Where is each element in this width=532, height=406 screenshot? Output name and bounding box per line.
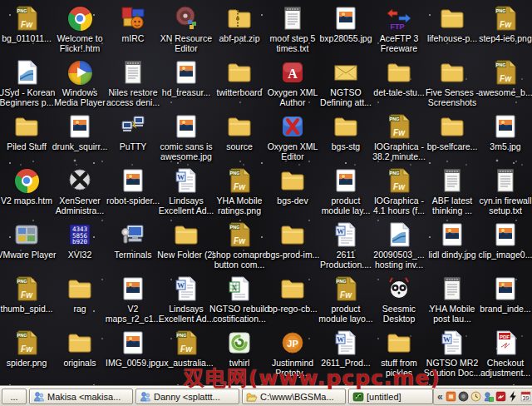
- acrobat-tray-icon[interactable]: [495, 391, 506, 402]
- calendar-tray-icon[interactable]: 39: [520, 391, 531, 402]
- desktop-icon[interactable]: PNGFwIOGraphica -38.2 minute...: [372, 112, 426, 166]
- desktop-icon[interactable]: drunk_squirr...: [53, 112, 106, 166]
- desktop-icon[interactable]: lidl dindy.jpg: [426, 220, 479, 275]
- desktop-icon-label: shop comaprebutton com...: [212, 250, 268, 270]
- taskbar-button-label: C:\www\BGSMa...: [260, 392, 334, 402]
- desktop-icon-label: lifehouse-p...: [427, 33, 477, 43]
- desktop-icon[interactable]: rag: [53, 275, 106, 329]
- desktop-icon[interactable]: hd_treasur...: [160, 58, 213, 112]
- desktop-icon[interactable]: SeesmicDesktop: [372, 275, 426, 329]
- desktop-icon[interactable]: originals: [53, 329, 106, 383]
- desktop-icon[interactable]: Welcome toFlickr!.htm: [53, 4, 106, 58]
- desktop-icon[interactable]: XN ResourceEditor: [160, 4, 213, 58]
- desktop-icon[interactable]: cyn.in firewallsetup.txt: [479, 166, 532, 220]
- desktop-icon[interactable]: source: [213, 112, 266, 166]
- desktop-icon[interactable]: PNGFwawesome_b...: [479, 58, 532, 112]
- desktop-icon[interactable]: Five Senses -Screenshots: [426, 58, 479, 112]
- clock-tray-icon[interactable]: [470, 391, 481, 402]
- svg-text:PNG: PNG: [177, 333, 187, 338]
- desktop-icon[interactable]: Terminals: [106, 220, 160, 275]
- aceftp-icon: FTP: [386, 5, 412, 32]
- desktop-icon[interactable]: WLindsaysExcellent Ad...: [160, 166, 213, 220]
- desktop-icon[interactable]: FTPAceFTP 3Freeware: [372, 4, 426, 58]
- txt-icon: [120, 59, 146, 86]
- chrome-icon: [66, 5, 93, 32]
- svg-text:W: W: [443, 335, 451, 344]
- desktop-icon[interactable]: 20090503_...hosting inv...: [372, 220, 426, 275]
- word-icon: W: [173, 275, 200, 302]
- folder-icon: [439, 113, 466, 140]
- desktop-icon[interactable]: lifehouse-p...: [426, 4, 479, 58]
- folder-icon: [66, 329, 93, 356]
- desktop-icon[interactable]: PNGFwspider.png: [0, 329, 53, 383]
- desktop-icon-label: XN ResourceEditor: [160, 33, 212, 53]
- desktop-icon[interactable]: XenServerAdministra...: [53, 166, 106, 220]
- desktop-icon[interactable]: PuTTY: [106, 112, 160, 166]
- desktop-icon[interactable]: bp-selfcare...: [426, 112, 479, 166]
- desktop-icon[interactable]: AOxygen XMLAuthor: [266, 58, 319, 112]
- desktop-icon[interactable]: PNGFwYHA Mobileratings.png: [213, 166, 266, 220]
- twhirl-icon: [226, 329, 253, 356]
- desktop-icon[interactable]: V2 maps.htm: [0, 166, 53, 220]
- desktop-icon[interactable]: XNGTSO rebuildcostification...: [213, 275, 266, 329]
- desktop-icon[interactable]: V2maps_r2_c1...: [106, 275, 160, 329]
- desktop-icon[interactable]: bxp28055.jpg: [319, 4, 372, 58]
- desktop-icon[interactable]: PNGFwthumb_spid...: [0, 275, 53, 329]
- txt-icon: [492, 167, 519, 194]
- desktop-icon[interactable]: PNGFwstep4-ie6.png: [479, 4, 532, 58]
- oxye-icon: [279, 113, 306, 140]
- lightning-tray-icon[interactable]: [508, 391, 519, 402]
- desktop-icon[interactable]: bgs-stg: [319, 112, 372, 166]
- orange-app-tray-icon[interactable]: [446, 391, 456, 402]
- word-icon: W: [332, 329, 359, 356]
- desktop-icon[interactable]: YHA Mobilepost lau...: [426, 275, 479, 329]
- desktop-icon[interactable]: 43435856b920XVI32: [53, 220, 106, 275]
- desktop-icon[interactable]: NGTSODefining att...: [319, 58, 372, 112]
- desktop-icon[interactable]: ABF latestthinking ...: [426, 166, 479, 220]
- desktop-icon[interactable]: PNGFwproductmodule layo...: [319, 275, 372, 329]
- desktop-icon[interactable]: comic sans isawesome.jpg: [160, 112, 213, 166]
- desktop-icon[interactable]: bgs-dev: [266, 166, 319, 220]
- desktop-icon[interactable]: W2611Production....: [319, 220, 372, 275]
- desktop-icon-label: YHA Mobileratings.png: [217, 196, 263, 215]
- desktop-icon[interactable]: twitterboard: [213, 58, 266, 112]
- desktop-icon[interactable]: bp-rego-cb...: [266, 275, 319, 329]
- svg-text:JP: JP: [287, 339, 298, 349]
- desktop-icon[interactable]: robot-spider...: [106, 166, 160, 220]
- user-status-tray-icon[interactable]: [483, 391, 494, 402]
- desktop-icon[interactable]: productmodule lay...: [319, 166, 372, 220]
- desktop-icon[interactable]: PNGFwIOGraphica -4.1 hours (f...: [372, 166, 426, 220]
- desktop-icon[interactable]: VMware Player: [0, 220, 53, 275]
- desktop-icon[interactable]: IMG_0059.jpg: [106, 329, 160, 383]
- desktop-icon[interactable]: PDFCheckoutadjustment...: [479, 329, 532, 383]
- desktop-icon[interactable]: USyd - KoreanBeginners p...: [0, 58, 53, 112]
- desktop-icon[interactable]: brand_inde...: [479, 275, 532, 329]
- icon-grid: PNGFwbg_011011...Welcome toFlickr!.htmmI…: [0, 0, 532, 389]
- tray-chevron-icon[interactable]: «: [437, 391, 443, 403]
- messenger-icon: [33, 391, 45, 403]
- desktop-icon[interactable]: 3m5.jpg: [479, 112, 532, 166]
- desktop-icon[interactable]: Niles restoreaccess deni...: [106, 58, 160, 112]
- desktop-icon-label: IOGraphica -38.2 minute...: [372, 141, 426, 161]
- taskbar-button[interactable]: Makisa <makisa...: [29, 389, 133, 404]
- desktop-icon[interactable]: abf-pat.zip: [213, 4, 266, 58]
- grey-circle-tray-icon[interactable]: [458, 391, 469, 402]
- desktop[interactable]: PNGFwbg_011011...Welcome toFlickr!.htmmI…: [0, 0, 532, 406]
- chrome-icon: [13, 167, 40, 194]
- desktop-icon[interactable]: PNGFwshop comaprebutton com...: [213, 220, 266, 275]
- taskbar-button[interactable]: ...: [2, 389, 27, 404]
- img-icon: [120, 167, 146, 194]
- desktop-icon[interactable]: mIRC: [106, 4, 160, 58]
- desktop-icon[interactable]: WindowsMedia Player: [53, 58, 106, 112]
- desktop-icon[interactable]: clip_image0...: [479, 220, 532, 275]
- desktop-icon[interactable]: WLindsaysExcellent Ad...: [160, 275, 213, 329]
- svg-text:39: 39: [522, 395, 529, 401]
- desktop-icon[interactable]: moof step 5times.txt: [266, 4, 319, 58]
- desktop-icon[interactable]: New Folder (2): [160, 220, 213, 275]
- desktop-icon[interactable]: Oxygen XMLEditor: [266, 112, 319, 166]
- fwpng-icon: PNGFw: [13, 275, 40, 302]
- desktop-icon[interactable]: PNGFwbg_011011...: [0, 4, 53, 58]
- desktop-icon[interactable]: det-tale-stu...: [372, 58, 426, 112]
- desktop-icon[interactable]: Piled Stuff: [0, 112, 53, 166]
- desktop-icon[interactable]: bgs-prod-im...: [266, 220, 319, 275]
